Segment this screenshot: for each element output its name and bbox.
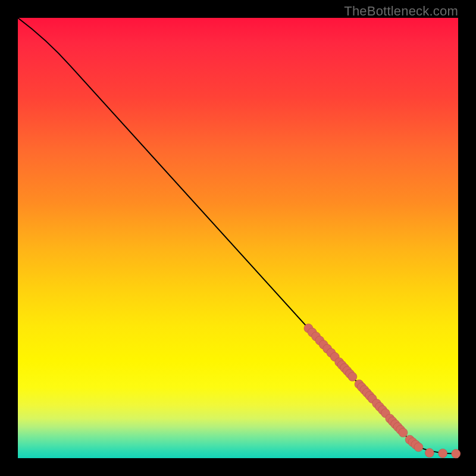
chart-svg xyxy=(18,18,458,458)
data-points-group xyxy=(304,324,461,458)
data-point xyxy=(399,428,408,437)
data-point xyxy=(414,443,423,452)
data-point xyxy=(425,449,434,458)
chart-frame: TheBottleneck.com xyxy=(0,0,476,476)
data-point xyxy=(348,372,357,381)
data-point xyxy=(452,449,461,458)
bottleneck-curve xyxy=(18,18,458,454)
watermark-text: TheBottleneck.com xyxy=(344,4,458,19)
plot-area xyxy=(18,18,458,458)
data-point xyxy=(439,449,447,458)
